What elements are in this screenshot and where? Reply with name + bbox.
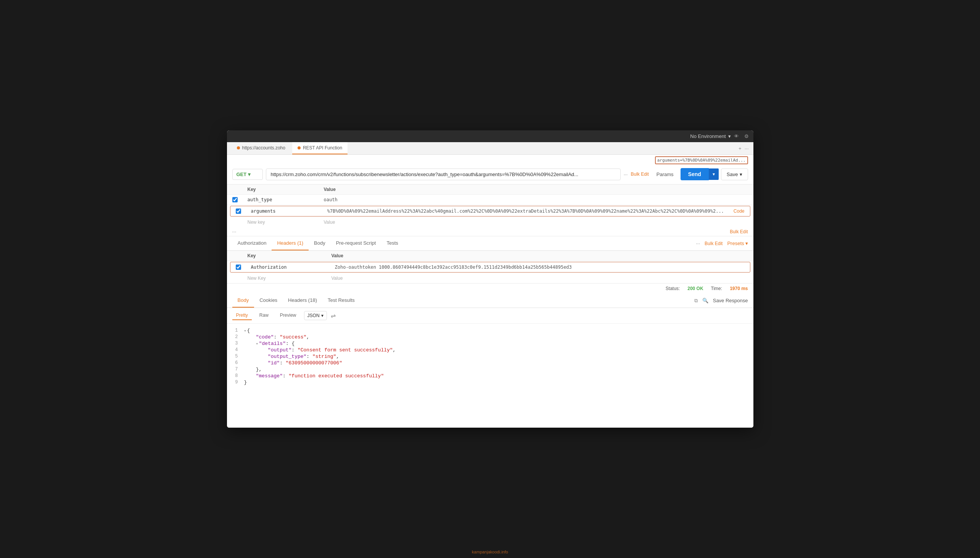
tab-label: REST API Function — [303, 145, 342, 151]
code-line-6: 6 "id": "63095000000077006" — [227, 360, 753, 366]
format-select-label: JSON — [308, 313, 320, 318]
param-key-arguments: arguments — [251, 208, 327, 214]
format-tab-raw[interactable]: Raw — [255, 311, 272, 320]
format-bar: Pretty Raw Preview JSON ▾ ⇌ — [227, 308, 753, 323]
headers-value-header: Value — [331, 253, 748, 258]
params-actions-row: ··· Bulk Edit — [227, 227, 753, 236]
env-selector[interactable]: No Environment ▾ — [690, 133, 731, 139]
format-select-chevron-icon: ▾ — [321, 313, 323, 318]
line-content-6: "id": "63095000000077006" — [244, 360, 753, 366]
code-line-8: 8 "message": "function executed successf… — [227, 373, 753, 379]
header-checkbox-authorization[interactable] — [236, 264, 241, 270]
line-num-4: 4 — [227, 347, 244, 353]
resp-tab-body[interactable]: Body — [232, 294, 254, 308]
url-tooltip: arguments=%7B%0D%0A%09%22emailAd... — [655, 156, 748, 164]
param-checkbox-auth-type[interactable] — [232, 197, 238, 202]
code-line-1: 1 ▾{ — [227, 327, 753, 334]
param-value-auth-type: oauth — [324, 197, 748, 202]
param-key-auth-type: auth_type — [247, 197, 324, 202]
more-tabs-icon[interactable]: ··· — [744, 146, 749, 151]
new-value-header-placeholder[interactable]: Value — [331, 276, 748, 281]
add-tab-icon[interactable]: + — [738, 146, 741, 151]
line-content-3: ▾"details": { — [244, 341, 753, 346]
tab-dot — [237, 146, 240, 149]
header-key-authorization: Authorization — [251, 264, 335, 270]
code-link[interactable]: Code — [734, 208, 744, 214]
line-content-1: ▾{ — [244, 328, 753, 333]
headers-header: Key Value — [227, 251, 753, 261]
tab-bar: https://accounts.zoho REST API Function … — [227, 142, 753, 155]
bulk-edit-params-link[interactable]: Bulk Edit — [730, 229, 748, 235]
resp-tab-cookies[interactable]: Cookies — [254, 294, 283, 308]
postman-window: No Environment ▾ 👁 ⚙ https://accounts.zo… — [227, 130, 753, 428]
new-key-placeholder[interactable]: New key — [247, 220, 324, 225]
line-num-5: 5 — [227, 354, 244, 359]
header-row-authorization: Authorization Zoho-oauthtoken 1000.86074… — [230, 262, 750, 272]
wrap-icon[interactable]: ⇌ — [331, 312, 336, 319]
line-num-8: 8 — [227, 373, 244, 379]
tab-accounts-zoho[interactable]: https://accounts.zoho — [232, 142, 291, 154]
format-tab-pretty[interactable]: Pretty — [232, 311, 252, 320]
headers-section: Key Value Authorization Zoho-oauthtoken … — [227, 251, 753, 284]
line-num-9: 9 — [227, 380, 244, 385]
code-line-9: 9 } — [227, 379, 753, 386]
top-bar: No Environment ▾ 👁 ⚙ — [227, 130, 753, 142]
save-chevron-icon: ▾ — [740, 172, 742, 177]
bulk-edit-headers-link[interactable]: Bulk Edit — [705, 241, 723, 246]
format-select-dropdown[interactable]: JSON ▾ — [304, 311, 327, 320]
code-line-7: 7 }, — [227, 366, 753, 373]
new-key-header-placeholder[interactable]: New Key — [247, 276, 331, 281]
send-arrow-button[interactable]: ▾ — [709, 169, 719, 180]
line-content-4: "output": "Consent form sent successfull… — [244, 347, 753, 353]
time-label: Time: — [711, 286, 723, 291]
line-num-2: 2 — [227, 334, 244, 340]
code-line-4: 4 "output": "Consent form sent successfu… — [227, 347, 753, 353]
method-selector[interactable]: GET ▾ — [232, 169, 263, 180]
tab-headers[interactable]: Headers (1) — [272, 236, 309, 250]
line-num-6: 6 — [227, 360, 244, 366]
headers-new-row: New Key Value — [227, 273, 753, 283]
status-value: 200 OK — [687, 286, 703, 291]
req-tab-actions: ··· Bulk Edit Presets ▾ — [696, 241, 748, 246]
bulk-edit-url-link[interactable]: Bulk Edit — [631, 172, 649, 177]
resp-tab-headers[interactable]: Headers (18) — [283, 294, 322, 308]
params-button[interactable]: Params — [652, 169, 678, 179]
presets-button[interactable]: Presets ▾ — [727, 241, 748, 246]
tab-pre-request[interactable]: Pre-request Script — [331, 236, 382, 250]
eye-icon[interactable]: 👁 — [734, 133, 739, 139]
line-num-7: 7 — [227, 367, 244, 373]
param-checkbox-arguments[interactable] — [236, 208, 241, 214]
resp-tab-test-results[interactable]: Test Results — [322, 294, 360, 308]
tab-rest-api-function[interactable]: REST API Function — [292, 142, 348, 154]
tab-tests[interactable]: Tests — [381, 236, 403, 250]
tab-dot — [298, 146, 301, 149]
url-input[interactable] — [266, 169, 621, 180]
param-row-auth-type: auth_type oauth — [227, 195, 753, 205]
code-area: 1 ▾{ 2 "code": "success", 3 ▾"details": … — [227, 323, 753, 428]
tab-body[interactable]: Body — [309, 236, 331, 250]
top-bar-icons: 👁 ⚙ — [734, 133, 749, 139]
new-value-placeholder[interactable]: Value — [324, 220, 748, 225]
more-options-icon[interactable]: ··· — [624, 172, 628, 177]
url-actions: Params Send ▾ Save ▾ — [652, 168, 748, 180]
save-button[interactable]: Save ▾ — [721, 169, 748, 180]
env-label: No Environment — [690, 133, 726, 139]
request-tabs: Authorization Headers (1) Body Pre-reque… — [227, 236, 753, 251]
gear-icon[interactable]: ⚙ — [744, 133, 749, 139]
tab-authorization[interactable]: Authorization — [232, 236, 272, 250]
send-main-button[interactable]: Send — [680, 168, 709, 180]
tab-label: https://accounts.zoho — [242, 145, 285, 151]
save-label: Save — [727, 172, 738, 177]
req-more-icon[interactable]: ··· — [696, 241, 700, 246]
format-tab-preview[interactable]: Preview — [276, 311, 300, 320]
status-bar: Status: 200 OK Time: 1970 ms — [227, 284, 753, 294]
resp-tab-actions: ⧉ 🔍 Save Response — [694, 298, 748, 304]
more-icon[interactable]: ··· — [232, 229, 237, 235]
response-section: Body Cookies Headers (18) Test Results ⧉… — [227, 294, 753, 428]
copy-response-icon[interactable]: ⧉ — [694, 298, 698, 304]
chevron-down-icon: ▾ — [728, 133, 731, 139]
code-line-5: 5 "output_type": "string", — [227, 353, 753, 360]
search-response-icon[interactable]: 🔍 — [702, 298, 708, 304]
param-value-arguments: %7B%0D%0A%09%22emailAddress%22%3A%22abc%… — [327, 208, 734, 214]
save-response-button[interactable]: Save Response — [713, 298, 748, 304]
